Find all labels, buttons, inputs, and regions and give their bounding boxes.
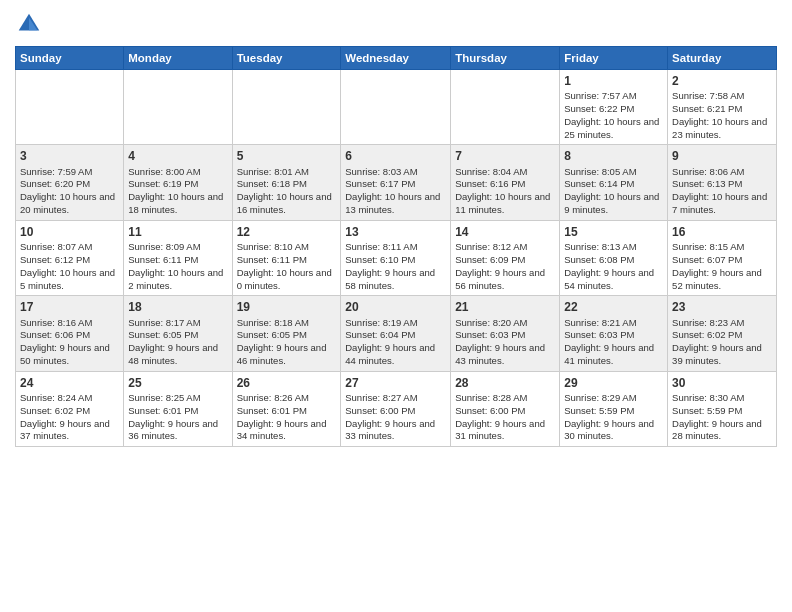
day-info: Daylight: 9 hours and 31 minutes.: [455, 418, 555, 444]
day-number: 28: [455, 375, 555, 391]
day-info: Sunrise: 8:12 AM: [455, 241, 555, 254]
day-info: Daylight: 9 hours and 30 minutes.: [564, 418, 663, 444]
day-info: Sunset: 6:08 PM: [564, 254, 663, 267]
day-number: 9: [672, 148, 772, 164]
day-info: Daylight: 9 hours and 43 minutes.: [455, 342, 555, 368]
day-number: 11: [128, 224, 227, 240]
weekday-header-thursday: Thursday: [451, 47, 560, 70]
day-cell: 15Sunrise: 8:13 AMSunset: 6:08 PMDayligh…: [560, 220, 668, 295]
day-info: Sunset: 6:05 PM: [128, 329, 227, 342]
week-row-1: 1Sunrise: 7:57 AMSunset: 6:22 PMDaylight…: [16, 70, 777, 145]
day-info: Sunrise: 7:58 AM: [672, 90, 772, 103]
day-number: 5: [237, 148, 337, 164]
day-number: 26: [237, 375, 337, 391]
day-info: Sunset: 5:59 PM: [564, 405, 663, 418]
day-info: Daylight: 9 hours and 58 minutes.: [345, 267, 446, 293]
day-cell: 24Sunrise: 8:24 AMSunset: 6:02 PMDayligh…: [16, 371, 124, 446]
day-number: 18: [128, 299, 227, 315]
day-info: Daylight: 9 hours and 44 minutes.: [345, 342, 446, 368]
page: SundayMondayTuesdayWednesdayThursdayFrid…: [0, 0, 792, 612]
day-cell: 12Sunrise: 8:10 AMSunset: 6:11 PMDayligh…: [232, 220, 341, 295]
day-info: Sunset: 6:17 PM: [345, 178, 446, 191]
day-info: Sunrise: 8:18 AM: [237, 317, 337, 330]
day-cell: [232, 70, 341, 145]
day-cell: [451, 70, 560, 145]
day-number: 17: [20, 299, 119, 315]
day-info: Sunrise: 8:17 AM: [128, 317, 227, 330]
day-cell: 16Sunrise: 8:15 AMSunset: 6:07 PMDayligh…: [668, 220, 777, 295]
day-info: Daylight: 10 hours and 9 minutes.: [564, 191, 663, 217]
day-cell: 27Sunrise: 8:27 AMSunset: 6:00 PMDayligh…: [341, 371, 451, 446]
day-cell: 10Sunrise: 8:07 AMSunset: 6:12 PMDayligh…: [16, 220, 124, 295]
day-info: Sunset: 6:11 PM: [128, 254, 227, 267]
day-cell: 22Sunrise: 8:21 AMSunset: 6:03 PMDayligh…: [560, 296, 668, 371]
day-info: Daylight: 9 hours and 33 minutes.: [345, 418, 446, 444]
day-info: Sunset: 6:12 PM: [20, 254, 119, 267]
day-info: Sunset: 6:03 PM: [564, 329, 663, 342]
day-info: Sunrise: 8:13 AM: [564, 241, 663, 254]
day-info: Sunrise: 7:57 AM: [564, 90, 663, 103]
day-cell: 8Sunrise: 8:05 AMSunset: 6:14 PMDaylight…: [560, 145, 668, 220]
day-number: 12: [237, 224, 337, 240]
day-cell: 26Sunrise: 8:26 AMSunset: 6:01 PMDayligh…: [232, 371, 341, 446]
day-number: 24: [20, 375, 119, 391]
day-cell: 2Sunrise: 7:58 AMSunset: 6:21 PMDaylight…: [668, 70, 777, 145]
day-cell: 3Sunrise: 7:59 AMSunset: 6:20 PMDaylight…: [16, 145, 124, 220]
weekday-header-friday: Friday: [560, 47, 668, 70]
day-info: Sunrise: 8:00 AM: [128, 166, 227, 179]
day-info: Sunset: 6:14 PM: [564, 178, 663, 191]
day-info: Sunset: 6:22 PM: [564, 103, 663, 116]
day-info: Sunrise: 8:23 AM: [672, 317, 772, 330]
day-cell: 4Sunrise: 8:00 AMSunset: 6:19 PMDaylight…: [124, 145, 232, 220]
day-number: 8: [564, 148, 663, 164]
day-number: 20: [345, 299, 446, 315]
day-number: 22: [564, 299, 663, 315]
calendar: SundayMondayTuesdayWednesdayThursdayFrid…: [15, 46, 777, 447]
day-info: Sunrise: 8:04 AM: [455, 166, 555, 179]
day-number: 7: [455, 148, 555, 164]
day-info: Sunrise: 8:29 AM: [564, 392, 663, 405]
day-number: 2: [672, 73, 772, 89]
day-number: 23: [672, 299, 772, 315]
weekday-header-row: SundayMondayTuesdayWednesdayThursdayFrid…: [16, 47, 777, 70]
day-info: Sunset: 6:00 PM: [345, 405, 446, 418]
day-info: Sunset: 6:19 PM: [128, 178, 227, 191]
day-info: Sunset: 6:03 PM: [455, 329, 555, 342]
day-info: Daylight: 10 hours and 5 minutes.: [20, 267, 119, 293]
day-number: 27: [345, 375, 446, 391]
day-info: Sunset: 6:01 PM: [237, 405, 337, 418]
day-number: 21: [455, 299, 555, 315]
day-cell: 21Sunrise: 8:20 AMSunset: 6:03 PMDayligh…: [451, 296, 560, 371]
day-info: Sunrise: 8:05 AM: [564, 166, 663, 179]
day-info: Sunrise: 8:26 AM: [237, 392, 337, 405]
day-info: Daylight: 9 hours and 36 minutes.: [128, 418, 227, 444]
day-info: Sunset: 6:11 PM: [237, 254, 337, 267]
weekday-header-saturday: Saturday: [668, 47, 777, 70]
day-cell: 1Sunrise: 7:57 AMSunset: 6:22 PMDaylight…: [560, 70, 668, 145]
day-info: Sunrise: 8:27 AM: [345, 392, 446, 405]
day-number: 10: [20, 224, 119, 240]
day-cell: 7Sunrise: 8:04 AMSunset: 6:16 PMDaylight…: [451, 145, 560, 220]
day-info: Sunrise: 8:11 AM: [345, 241, 446, 254]
day-info: Sunset: 6:20 PM: [20, 178, 119, 191]
day-cell: 13Sunrise: 8:11 AMSunset: 6:10 PMDayligh…: [341, 220, 451, 295]
day-number: 19: [237, 299, 337, 315]
day-info: Daylight: 9 hours and 34 minutes.: [237, 418, 337, 444]
day-info: Daylight: 10 hours and 25 minutes.: [564, 116, 663, 142]
day-info: Sunset: 6:16 PM: [455, 178, 555, 191]
header: [15, 10, 777, 38]
day-number: 30: [672, 375, 772, 391]
day-cell: [124, 70, 232, 145]
day-info: Sunset: 6:10 PM: [345, 254, 446, 267]
day-info: Sunset: 6:02 PM: [672, 329, 772, 342]
weekday-header-wednesday: Wednesday: [341, 47, 451, 70]
day-info: Daylight: 9 hours and 54 minutes.: [564, 267, 663, 293]
day-info: Daylight: 9 hours and 28 minutes.: [672, 418, 772, 444]
day-info: Sunrise: 8:09 AM: [128, 241, 227, 254]
day-info: Sunset: 6:05 PM: [237, 329, 337, 342]
day-info: Sunset: 6:01 PM: [128, 405, 227, 418]
day-cell: 14Sunrise: 8:12 AMSunset: 6:09 PMDayligh…: [451, 220, 560, 295]
day-cell: [16, 70, 124, 145]
day-number: 16: [672, 224, 772, 240]
day-info: Sunrise: 7:59 AM: [20, 166, 119, 179]
